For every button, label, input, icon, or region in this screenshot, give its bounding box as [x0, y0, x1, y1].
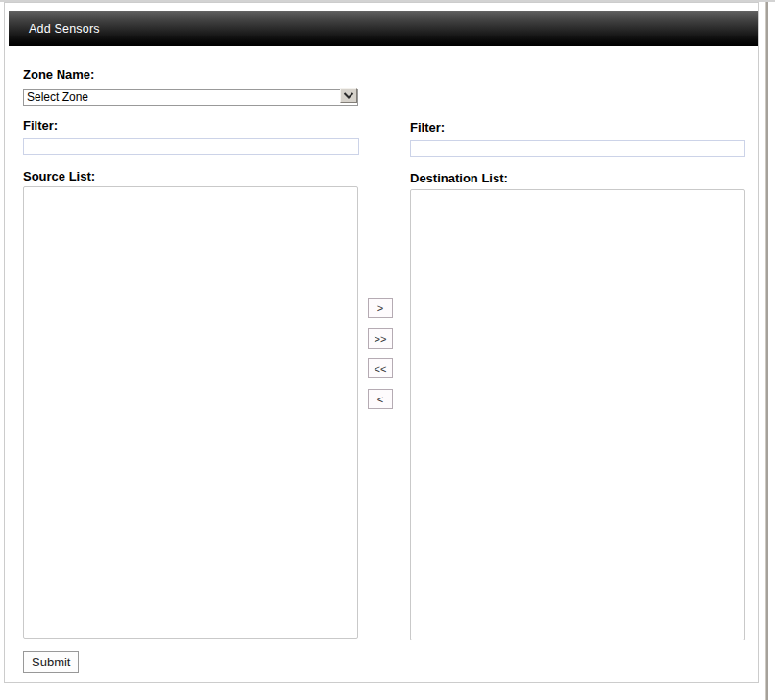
source-list[interactable] — [23, 186, 358, 639]
panel-title: Add Sensors — [9, 22, 100, 36]
source-filter-input[interactable] — [23, 138, 359, 155]
destination-list[interactable] — [410, 189, 745, 640]
panel-titlebar: Add Sensors — [9, 11, 758, 46]
move-all-left-button[interactable]: << — [368, 358, 393, 378]
zone-select-wrapper: Select Zone — [23, 87, 358, 104]
add-sensors-panel: Add Sensors Zone Name: Select Zone Filte… — [4, 2, 759, 683]
move-selected-right-button[interactable]: > — [368, 298, 393, 318]
scrollbar-track-line — [765, 2, 768, 700]
source-filter-label: Filter: — [23, 118, 58, 133]
move-selected-left-button[interactable]: < — [368, 389, 393, 409]
source-list-label: Source List: — [23, 169, 95, 183]
move-all-right-button[interactable]: >> — [368, 328, 393, 349]
zone-select[interactable]: Select Zone — [23, 89, 358, 106]
destination-filter-label: Filter: — [410, 120, 445, 134]
submit-button[interactable]: Submit — [23, 651, 79, 673]
zone-name-label: Zone Name: — [23, 67, 94, 82]
destination-list-label: Destination List: — [410, 171, 508, 185]
page: Add Sensors Zone Name: Select Zone Filte… — [0, 0, 775, 700]
destination-filter-input[interactable] — [410, 140, 745, 157]
